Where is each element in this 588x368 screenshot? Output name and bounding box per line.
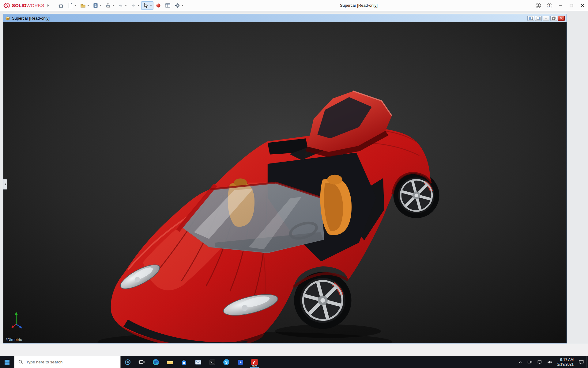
app-title: Supercar [Read-only] (340, 0, 378, 11)
undo-icon (118, 2, 124, 9)
doc-minimize-button[interactable] (543, 16, 549, 21)
clock-time: 9:17 AM (560, 358, 574, 362)
select-tool-button[interactable] (141, 1, 153, 10)
taskbar-search[interactable] (14, 356, 121, 368)
select-cursor-icon (143, 2, 149, 9)
document-window: Supercar [Read-only] (3, 14, 567, 343)
car-model (3, 22, 567, 343)
taskbar-clock[interactable]: 9:17 AM 2/19/2021 (555, 356, 576, 368)
doc-close-button[interactable] (558, 16, 565, 21)
movies-tv-button[interactable] (233, 356, 247, 368)
menu-expand-icon[interactable] (47, 4, 49, 7)
show-desktop-strip[interactable] (586, 356, 588, 368)
command-prompt-icon (209, 358, 216, 366)
restore-icon (552, 17, 556, 20)
quick-access-toolbar (56, 1, 185, 10)
appearances-button[interactable] (154, 1, 163, 10)
design-table-icon (165, 2, 171, 9)
action-center-icon (578, 359, 584, 365)
dropdown-caret-icon (75, 5, 77, 6)
new-document-button[interactable] (66, 1, 78, 10)
orientation-triad (11, 311, 27, 332)
home-icon (58, 2, 64, 9)
dropdown-caret-icon (150, 5, 152, 6)
close-icon (560, 17, 563, 20)
new-document-icon (67, 2, 74, 9)
cortana-icon (124, 359, 131, 366)
help-button[interactable]: ? (544, 0, 555, 11)
account-button[interactable] (533, 0, 544, 11)
app-close-button[interactable] (577, 0, 588, 11)
taskbar: S 2021 (0, 356, 588, 368)
search-input[interactable] (26, 360, 112, 364)
action-center-button[interactable] (576, 356, 586, 368)
redo-button[interactable] (129, 1, 141, 10)
solidworks-taskbar-button[interactable]: 2021 (247, 356, 262, 368)
feature-manager-collapse-tab[interactable] (3, 179, 7, 190)
design-table-button[interactable] (163, 1, 172, 10)
mail-icon (194, 358, 202, 366)
solidworks-logo: SOLIDWORKS (3, 3, 44, 8)
start-button[interactable] (0, 356, 14, 368)
redo-icon (130, 2, 136, 9)
pane-right-button[interactable] (535, 16, 542, 21)
command-prompt-button[interactable] (205, 356, 219, 368)
volume-button[interactable] (545, 356, 555, 368)
doc-restore-button[interactable] (550, 16, 557, 21)
view-orientation-label: *Dimetric (6, 337, 22, 342)
store-button[interactable] (177, 356, 191, 368)
mail-button[interactable] (191, 356, 205, 368)
desktop: SOLIDWORKS (0, 0, 588, 368)
undo-button[interactable] (116, 1, 128, 10)
options-button[interactable] (173, 1, 185, 10)
skype-icon: S (223, 358, 230, 366)
pane-left-button[interactable] (527, 16, 534, 21)
app-titlebar: SOLIDWORKS (0, 0, 588, 11)
app-minimize-button[interactable] (555, 0, 566, 11)
skype-button[interactable]: S (219, 356, 233, 368)
search-icon (18, 359, 23, 365)
volume-muted-icon (547, 359, 553, 365)
file-explorer-button[interactable] (163, 356, 177, 368)
account-icon (535, 2, 541, 9)
document-window-controls (527, 16, 565, 21)
dropdown-caret-icon (138, 5, 139, 6)
maximize-icon (570, 4, 573, 7)
clock-date: 2/19/2021 (557, 362, 574, 367)
home-button[interactable] (56, 1, 66, 10)
pane-left-icon (529, 17, 533, 20)
open-folder-icon (80, 2, 86, 9)
network-button[interactable] (535, 356, 545, 368)
meet-now-icon (527, 359, 533, 365)
save-button[interactable] (91, 1, 103, 10)
dropdown-caret-icon (125, 5, 127, 6)
dropdown-caret-icon (112, 5, 114, 6)
dropdown-caret-icon (100, 5, 102, 6)
document-titlebar[interactable]: Supercar [Read-only] (3, 14, 567, 22)
app-maximize-button[interactable] (566, 0, 577, 11)
system-tray: 9:17 AM 2/19/2021 (515, 356, 588, 368)
minimize-icon (545, 17, 548, 20)
file-explorer-icon (166, 358, 174, 366)
brand-text: SOLIDWORKS (12, 3, 44, 8)
part-icon (5, 16, 10, 21)
close-icon (581, 4, 584, 7)
status-bar (0, 344, 588, 356)
edge-icon (152, 358, 160, 366)
print-icon (105, 2, 111, 9)
minimize-icon (559, 4, 562, 7)
task-view-icon (138, 359, 145, 366)
save-icon (92, 2, 99, 9)
graphics-viewport[interactable]: *Dimetric (3, 22, 567, 343)
hidden-icons-button[interactable] (515, 356, 525, 368)
print-button[interactable] (104, 1, 116, 10)
meet-now-button[interactable] (525, 356, 535, 368)
dropdown-caret-icon (182, 5, 183, 6)
task-view-button[interactable] (135, 356, 149, 368)
network-icon (537, 359, 543, 365)
ds-logo-icon (3, 3, 10, 8)
movies-tv-icon (237, 358, 244, 366)
cortana-button[interactable] (121, 356, 135, 368)
open-button[interactable] (78, 1, 91, 10)
edge-taskbar-button[interactable] (149, 356, 163, 368)
